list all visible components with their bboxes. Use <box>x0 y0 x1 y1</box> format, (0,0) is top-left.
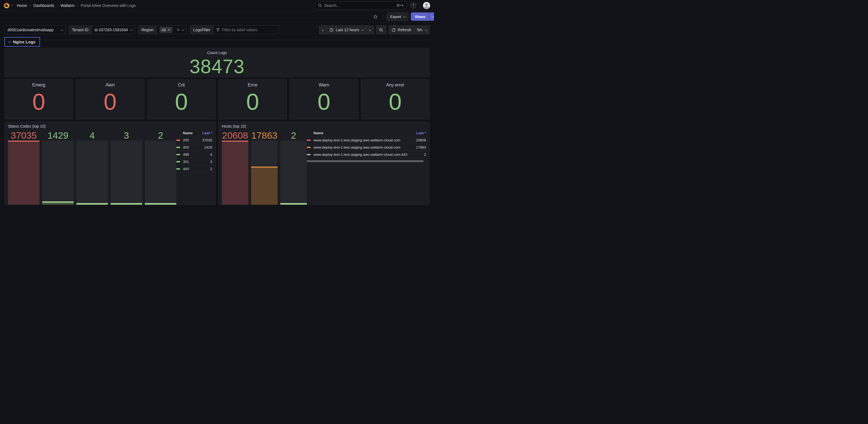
bar-status-400[interactable]: 2 <box>145 130 176 205</box>
region-control: Region All ✕ ✕ <box>138 25 187 34</box>
chip-remove-icon[interactable]: ✕ <box>167 28 170 32</box>
bar-value-label: 2 <box>280 130 307 141</box>
app-select-value: d0001ainboxatestmailaapp <box>7 28 54 32</box>
legend-row[interactable]: 200 37035 <box>176 137 212 144</box>
panel-crit: Crit 0 <box>147 79 216 119</box>
panel-alert: Alert 0 <box>75 79 144 119</box>
funnel-filter-icon <box>216 28 220 32</box>
favorite-star-button[interactable] <box>373 14 378 19</box>
stat-value: 0 <box>389 90 402 113</box>
bar-status-403[interactable]: 1429 <box>42 130 74 205</box>
section-divider <box>4 40 434 40</box>
legend-horizontal-scrollbar[interactable] <box>307 160 424 162</box>
time-range-group: ‹ Last 12 hours › <box>319 25 374 34</box>
share-button[interactable]: Share <box>411 12 429 21</box>
stat-title[interactable]: Warn <box>319 83 329 88</box>
grafana-logo-menu[interactable] <box>3 2 12 9</box>
clear-selection-icon[interactable]: ✕ <box>177 28 180 32</box>
breadcrumb-home[interactable]: Home <box>17 3 27 8</box>
search-input[interactable] <box>324 3 394 8</box>
legend-row[interactable]: 400 2 <box>176 166 212 173</box>
region-chip-all[interactable]: All ✕ <box>159 27 173 33</box>
bar-status-301[interactable]: 3 <box>111 130 142 205</box>
logs-filter-input[interactable] <box>222 28 276 32</box>
count-logs-title[interactable]: Count Logs <box>207 51 227 55</box>
refresh-interval-dropdown[interactable]: 5m <box>414 26 429 34</box>
hosts-legend: Name Last * www.deploy-test-1.test.stagi… <box>307 130 426 205</box>
section-row: Nginx Logs <box>4 34 430 48</box>
tenant-id-dropdown[interactable]: st-107263-1581634 <box>92 26 135 34</box>
legend-row[interactable]: www.deploy-test-1.test.staging.aws.walla… <box>307 151 426 158</box>
stat-title[interactable]: Alert <box>106 83 115 88</box>
refresh-button[interactable]: Refresh <box>389 26 414 34</box>
legend-row[interactable]: 499 4 <box>176 151 212 158</box>
time-range-picker[interactable]: Last 12 hours <box>327 26 366 34</box>
export-button[interactable]: Export <box>386 12 409 21</box>
search-box[interactable]: ⌘+k <box>315 1 407 10</box>
row-nginx-logs-toggle[interactable]: Nginx Logs <box>4 37 40 47</box>
legend-header-name[interactable]: Name <box>313 131 323 135</box>
legend-header-last[interactable]: Last * <box>203 131 212 135</box>
hosts-chart: 20608 17863 2 Name Last * <box>222 130 426 205</box>
series-color-pill <box>176 147 180 148</box>
logs-filter-control: LogsFilter <box>190 25 279 34</box>
panel-warn: Warn 0 <box>289 79 358 119</box>
dashboard-variables-bar: d0001ainboxatestmailaapp Tenant ID st-10… <box>4 25 430 34</box>
legend-row[interactable]: www.deploy-test-1.test.staging.aws.walla… <box>307 137 426 144</box>
hosts-title[interactable]: Hosts (top 10) <box>222 124 426 129</box>
legend-value: 1429 <box>204 145 212 149</box>
region-dropdown[interactable]: All ✕ ✕ <box>157 26 187 34</box>
chevron-down-icon <box>8 40 11 43</box>
stat-value: 0 <box>317 90 331 113</box>
legend-header-last[interactable]: Last * <box>416 131 426 135</box>
breadcrumb-wallarm[interactable]: Wallarm <box>60 3 74 8</box>
bar-value-label: 17863 <box>251 130 278 141</box>
share-dropdown-button[interactable] <box>429 12 434 21</box>
refresh-interval-value: 5m <box>417 28 423 32</box>
bar-host-1[interactable]: 20608 <box>222 130 248 205</box>
legend-name: 403 <box>183 145 189 149</box>
time-shift-back-button[interactable]: ‹ <box>319 26 327 34</box>
user-avatar[interactable] <box>423 2 430 9</box>
bar-host-2[interactable]: 17863 <box>251 130 278 205</box>
series-color-pill <box>176 154 180 155</box>
legend-name: 200 <box>183 138 189 142</box>
breadcrumb-separator: › <box>30 3 31 8</box>
stat-title[interactable]: Any error <box>386 83 404 88</box>
legend-name: 301 <box>183 160 189 164</box>
time-zoom-out-button[interactable] <box>376 26 386 34</box>
legend-name: www.deploy-test-2.test.staging.aws.walla… <box>313 145 400 149</box>
refresh-label: Refresh <box>398 28 411 32</box>
bar-host-3[interactable]: 2 <box>280 130 307 205</box>
series-color-pill <box>307 147 311 148</box>
panel-count-logs: Count Logs 38473 <box>4 48 430 77</box>
zoom-out-group <box>376 25 386 34</box>
search-shortcut: ⌘+k <box>396 3 404 7</box>
panel-emerg: Emerg 0 <box>4 79 73 119</box>
time-shift-forward-button[interactable]: › <box>366 26 374 34</box>
legend-header-name[interactable]: Name <box>183 131 193 135</box>
stat-title[interactable]: Crit <box>178 83 185 88</box>
legend-row[interactable]: www.deploy-test-2.test.staging.aws.walla… <box>307 144 426 151</box>
legend-header: Name Last * <box>307 130 426 137</box>
clock-icon <box>330 28 334 32</box>
legend-row[interactable]: 403 1429 <box>176 144 212 151</box>
stat-title[interactable]: Emerg <box>32 83 45 88</box>
chevron-down-icon <box>182 28 185 31</box>
app-select-dropdown[interactable]: d0001ainboxatestmailaapp <box>4 25 66 34</box>
bar-status-200[interactable]: 37035 <box>8 130 39 205</box>
count-logs-value: 38473 <box>190 57 245 76</box>
stat-title[interactable]: Error <box>248 83 258 88</box>
breadcrumb-dashboards[interactable]: Dashboards <box>33 3 54 8</box>
legend-value: 3 <box>210 160 212 164</box>
series-color-pill <box>307 140 311 141</box>
refresh-icon <box>392 28 396 32</box>
bar-status-499[interactable]: 4 <box>76 130 108 205</box>
legend-row[interactable]: 301 3 <box>176 158 212 166</box>
stat-value: 0 <box>104 90 117 113</box>
status-codes-title[interactable]: Status Codes (top 10) <box>8 124 212 129</box>
help-icon[interactable]: ? <box>410 3 416 8</box>
bar-value-label: 4 <box>76 130 108 141</box>
legend-header: Name Last * <box>176 130 212 137</box>
stat-value: 0 <box>32 90 45 113</box>
